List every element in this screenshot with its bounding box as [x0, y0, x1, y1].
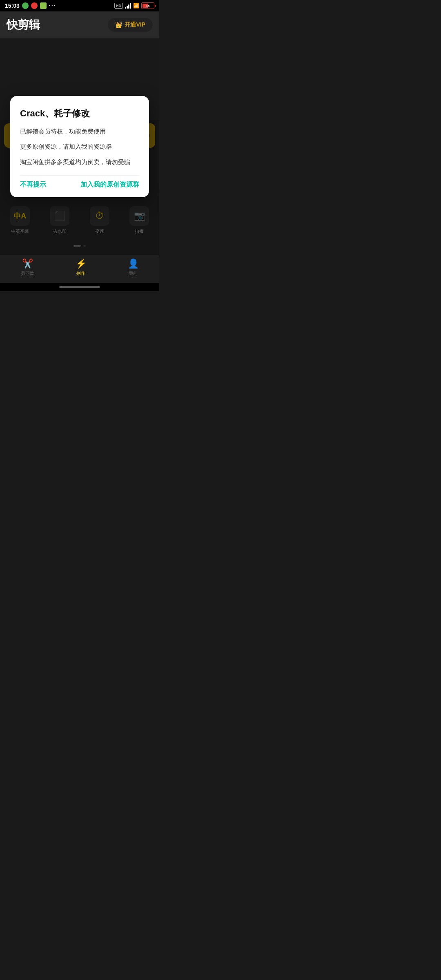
hd-badge: HD	[114, 3, 123, 9]
modal-wrapper: Crack、耗子修改 已解锁会员特权，功能免费使用 更多原创资源，请加入我的资源…	[0, 38, 159, 255]
nav-label-mine: 我的	[129, 270, 138, 276]
icon-red-circle	[31, 2, 38, 9]
status-time: 15:03	[5, 2, 20, 9]
battery-icon: 15	[141, 2, 154, 9]
icon-green-circle	[22, 2, 29, 9]
person-icon: 👤	[128, 258, 139, 269]
nav-label-create: 创作	[76, 270, 85, 276]
wifi-icon: 📶	[133, 3, 139, 9]
modal-body: 已解锁会员特权，功能免费使用 更多原创资源，请加入我的资源群 淘宝闲鱼拼多多渠道…	[20, 126, 139, 167]
modal-dismiss-button[interactable]: 不再提示	[20, 180, 46, 189]
vip-button[interactable]: 👑 开通VIP	[108, 18, 153, 32]
modal-line1: 已解锁会员特权，功能免费使用	[20, 126, 139, 137]
nav-item-mine[interactable]: 👤 我的	[128, 258, 139, 276]
signal-icon	[125, 3, 131, 9]
home-bar	[59, 286, 100, 288]
nav-label-jiantongkuan: 剪同款	[21, 270, 34, 276]
modal-dialog: Crack、耗子修改 已解锁会员特权，功能免费使用 更多原创资源，请加入我的资源…	[10, 96, 149, 198]
modal-actions: 不再提示 加入我的原创资源群	[20, 175, 139, 189]
app-title: 快剪辑	[7, 17, 40, 33]
crown-icon: 👑	[115, 22, 122, 28]
vip-button-label: 开通VIP	[125, 21, 145, 29]
modal-join-button[interactable]: 加入我的原创资源群	[80, 180, 139, 189]
home-indicator	[0, 283, 159, 291]
status-bar: 15:03 ··· HD 📶 15	[0, 0, 159, 11]
modal-line3: 淘宝闲鱼拼多多渠道均为倒卖，请勿受骗	[20, 157, 139, 167]
dots-icon: ···	[49, 2, 56, 9]
nav-item-create[interactable]: ⚡ 创作	[76, 258, 87, 276]
app-header: 快剪辑 👑 开通VIP	[0, 11, 159, 38]
scissors-icon: ✂️	[22, 258, 33, 269]
bottom-nav: ✂️ 剪同款 ⚡ 创作 👤 我的	[0, 255, 159, 283]
icon-green-square	[40, 2, 47, 9]
modal-line2: 更多原创资源，请加入我的资源群	[20, 141, 139, 152]
modal-title: Crack、耗子修改	[20, 107, 139, 120]
nav-item-jiantongkuan[interactable]: ✂️ 剪同款	[21, 258, 34, 276]
lightning-icon: ⚡	[76, 258, 87, 269]
